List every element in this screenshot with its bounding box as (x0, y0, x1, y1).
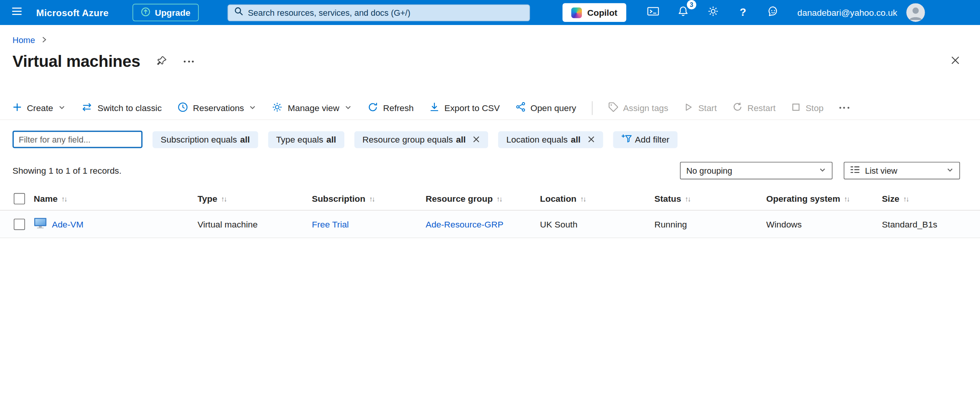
help-button[interactable]: ? (733, 2, 754, 23)
page-more-button[interactable] (184, 61, 194, 63)
create-button[interactable]: Create (13, 102, 66, 113)
play-icon (684, 102, 693, 113)
select-all-checkbox[interactable] (14, 193, 25, 204)
brand-title[interactable]: Microsoft Azure (36, 7, 108, 18)
feedback-button[interactable] (762, 2, 784, 23)
chevron-down-icon (946, 166, 954, 175)
account-email[interactable]: danadebari@yahoo.co.uk (797, 8, 897, 18)
add-filter-button[interactable]: Add filter (613, 131, 678, 148)
sort-icon: ↑↓ (844, 195, 849, 203)
filter-pill-subscription[interactable]: Subscription equals all (153, 131, 258, 148)
reservations-button[interactable]: Reservations (177, 101, 256, 114)
cell-type: Virtual machine (198, 219, 312, 229)
assign-tags-button[interactable]: Assign tags (608, 102, 668, 114)
view-select[interactable]: List view (844, 162, 960, 179)
start-button[interactable]: Start (684, 102, 717, 113)
row-checkbox[interactable] (14, 218, 25, 229)
column-header-operating-system[interactable]: Operating system↑↓ (766, 194, 882, 204)
cloud-shell-button[interactable] (643, 2, 664, 23)
resource-group-link[interactable]: Ade-Resource-GRP (425, 219, 503, 229)
column-header-type[interactable]: Type↑↓ (198, 194, 312, 204)
gear-icon (272, 101, 283, 114)
notifications-button[interactable]: 3 (673, 2, 694, 23)
column-header-size[interactable]: Size↑↓ (882, 194, 972, 204)
top-bar-actions: 3 ? (643, 2, 784, 23)
chevron-down-icon (819, 166, 826, 175)
virtual-machine-icon (34, 217, 47, 231)
cell-status: Running (654, 219, 766, 229)
switch-to-classic-button[interactable]: Switch to classic (81, 102, 161, 113)
upgrade-button[interactable]: Upgrade (132, 4, 198, 22)
search-input[interactable] (248, 8, 523, 17)
feedback-icon (767, 6, 779, 20)
chevron-down-icon (249, 103, 257, 113)
list-controls: Showing 1 to 1 of 1 records. No grouping… (0, 162, 980, 179)
remove-filter-button[interactable] (587, 136, 595, 143)
top-bar: Microsoft Azure Upgrade Copilot (0, 0, 980, 25)
upgrade-label: Upgrade (155, 8, 190, 18)
refresh-icon (367, 101, 378, 114)
close-blade-button[interactable] (951, 56, 960, 68)
tag-icon (608, 102, 618, 114)
avatar[interactable] (906, 3, 925, 22)
swap-arrows-icon (81, 102, 92, 113)
add-filter-icon (621, 134, 632, 145)
open-query-button[interactable]: Open query (515, 102, 576, 114)
azure-portal: Microsoft Azure Upgrade Copilot (0, 0, 980, 415)
records-summary: Showing 1 to 1 of 1 records. (13, 166, 122, 176)
cell-resource-group: Ade-Resource-GRP (425, 219, 540, 229)
breadcrumb-home-link[interactable]: Home (13, 35, 35, 45)
restart-button[interactable]: Restart (733, 102, 776, 114)
page-header: Virtual machines (0, 46, 980, 71)
settings-button[interactable] (703, 2, 724, 23)
copilot-button[interactable]: Copilot (562, 3, 626, 22)
sort-icon: ↑↓ (497, 195, 502, 203)
filter-bar: Subscription equals all Type equals all … (0, 131, 980, 148)
column-header-subscription[interactable]: Subscription↑↓ (312, 194, 426, 204)
table-row[interactable]: Ade-VM Virtual machine Free Trial Ade-Re… (0, 211, 980, 238)
sort-icon: ↑↓ (61, 195, 67, 203)
breadcrumb: Home (0, 25, 980, 46)
chevron-right-icon (41, 34, 48, 45)
grouping-select[interactable]: No grouping (680, 162, 832, 179)
page-title: Virtual machines (13, 52, 140, 71)
column-header-name[interactable]: Name↑↓ (34, 194, 198, 204)
pin-button[interactable] (156, 55, 168, 68)
ellipsis-icon (184, 61, 194, 63)
sort-icon: ↑↓ (903, 195, 909, 203)
filter-pill-resource-group[interactable]: Resource group equals all (354, 131, 488, 148)
subscription-link[interactable]: Free Trial (312, 219, 349, 229)
query-nodes-icon (515, 102, 525, 114)
filter-input[interactable] (13, 131, 143, 148)
vm-name-link[interactable]: Ade-VM (52, 219, 83, 229)
cell-operating-system: Windows (766, 219, 882, 229)
hamburger-icon (11, 5, 23, 20)
cell-subscription: Free Trial (312, 219, 426, 229)
cell-location: UK South (540, 219, 654, 229)
column-header-location[interactable]: Location↑↓ (540, 194, 654, 204)
remove-filter-button[interactable] (473, 136, 480, 143)
plus-icon (13, 102, 22, 113)
column-header-resource-group[interactable]: Resource group↑↓ (425, 194, 540, 204)
filter-pill-type[interactable]: Type equals all (268, 131, 344, 148)
sort-icon: ↑↓ (369, 195, 374, 203)
close-icon (951, 56, 960, 68)
clock-icon (177, 101, 188, 114)
upgrade-icon (141, 7, 151, 18)
chevron-down-icon (58, 103, 66, 113)
column-header-status[interactable]: Status↑↓ (654, 194, 766, 204)
copilot-label: Copilot (587, 8, 617, 18)
terminal-icon (647, 6, 659, 20)
toolbar-divider (592, 101, 593, 115)
sort-icon: ↑↓ (221, 195, 226, 203)
cell-size: Standard_B1s (882, 219, 972, 229)
list-view-icon (850, 166, 860, 176)
global-search (227, 4, 530, 21)
refresh-button[interactable]: Refresh (367, 101, 414, 114)
stop-button[interactable]: Stop (791, 102, 824, 113)
toolbar-more-button[interactable] (839, 107, 849, 109)
filter-pill-location[interactable]: Location equals all (498, 131, 603, 148)
hamburger-menu-button[interactable] (6, 2, 27, 23)
export-to-csv-button[interactable]: Export to CSV (429, 102, 500, 114)
manage-view-button[interactable]: Manage view (272, 101, 352, 114)
